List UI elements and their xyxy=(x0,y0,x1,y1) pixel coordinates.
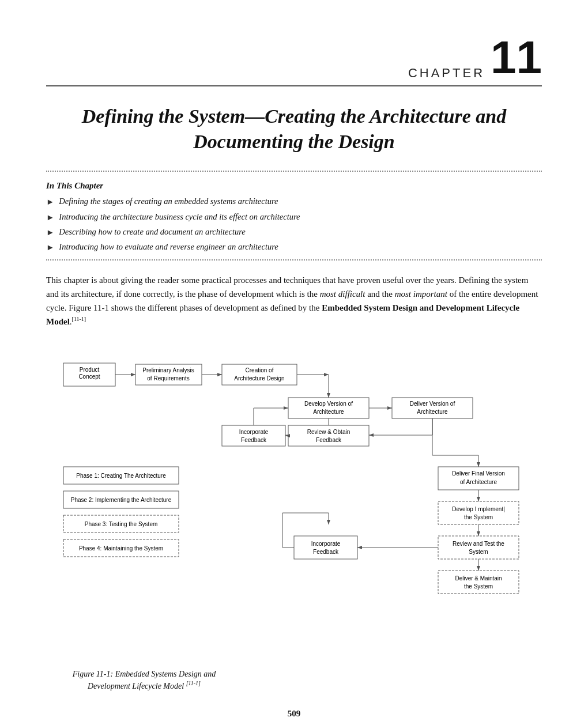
list-item: ► Defining the stages of creating an emb… xyxy=(46,195,542,207)
lifecycle-model-label: Embedded System Design and Development L… xyxy=(46,303,519,326)
svg-text:Phase 2: Implementing the Arch: Phase 2: Implementing the Architecture xyxy=(71,497,172,503)
emphasis-most-important: most important xyxy=(395,289,447,299)
svg-text:Concept: Concept xyxy=(78,373,100,380)
figure-citation: [11-1] xyxy=(186,680,201,686)
bottom-dot-divider xyxy=(46,259,542,260)
emphasis-most-difficult: most difficult xyxy=(320,289,365,299)
svg-text:Phase 3: Testing the System: Phase 3: Testing the System xyxy=(85,521,158,527)
svg-rect-51 xyxy=(438,536,519,559)
svg-text:Product: Product xyxy=(80,367,100,373)
bullet-text: Introducing the architecture business cy… xyxy=(59,211,300,222)
svg-text:Feedback: Feedback xyxy=(241,437,267,443)
svg-text:Review & Obtain: Review & Obtain xyxy=(307,429,350,435)
svg-text:Architecture Design: Architecture Design xyxy=(234,375,284,382)
list-item: ► Introducing the architecture business … xyxy=(46,211,542,223)
svg-rect-63 xyxy=(438,571,519,594)
arrow-icon: ► xyxy=(46,241,54,253)
svg-text:Phase 4: Maintaining the Syste: Phase 4: Maintaining the System xyxy=(79,545,163,552)
svg-text:the System: the System xyxy=(464,514,493,520)
svg-text:Phase 1: Creating The Architec: Phase 1: Creating The Architecture xyxy=(76,473,166,479)
svg-text:the System: the System xyxy=(464,583,493,590)
bullet-text: Introducing how to evaluate and reverse … xyxy=(59,241,278,252)
svg-text:Feedback: Feedback xyxy=(316,437,342,443)
svg-text:Develop I mplement|: Develop I mplement| xyxy=(452,506,505,512)
arrow-icon: ► xyxy=(46,196,54,207)
bullet-list: ► Defining the stages of creating an emb… xyxy=(46,195,542,253)
chapter-number: 11 xyxy=(491,35,542,81)
svg-text:of Requirements: of Requirements xyxy=(147,375,189,382)
svg-text:Creation of: Creation of xyxy=(246,367,274,373)
in-this-chapter-heading: In This Chapter xyxy=(46,181,542,191)
svg-text:Feedback: Feedback xyxy=(313,549,339,555)
arrow-icon: ► xyxy=(46,226,54,238)
svg-text:of Architecture: of Architecture xyxy=(460,479,497,485)
bullet-text: Defining the stages of creating an embed… xyxy=(59,195,278,207)
svg-text:Architecture: Architecture xyxy=(313,409,344,415)
figure-container: Product Concept Preliminary Analysis of … xyxy=(46,340,542,692)
chapter-header: CHAPTER 11 xyxy=(46,35,542,86)
list-item: ► Describing how to create and document … xyxy=(46,226,542,238)
svg-rect-55 xyxy=(294,536,357,559)
top-dot-divider xyxy=(46,171,542,172)
bullet-text: Describing how to create and document an… xyxy=(59,226,245,237)
svg-text:Deliver Final Version: Deliver Final Version xyxy=(452,470,505,477)
svg-rect-47 xyxy=(438,501,519,524)
body-paragraph: This chapter is about giving the reader … xyxy=(46,273,542,328)
svg-text:Deliver Version of: Deliver Version of xyxy=(410,401,455,407)
svg-text:Incorporate: Incorporate xyxy=(311,541,341,547)
svg-text:Develop Version of: Develop Version of xyxy=(304,401,353,407)
figure-caption: Figure 11-1: Embedded Systems Design and… xyxy=(63,669,225,692)
chapter-word: CHAPTER xyxy=(408,66,485,81)
svg-text:Review and Test the: Review and Test the xyxy=(453,541,504,547)
svg-text:Preliminary Analysis: Preliminary Analysis xyxy=(142,367,194,373)
flowchart-wrapper: Product Concept Preliminary Analysis of … xyxy=(46,340,542,663)
svg-text:Architecture: Architecture xyxy=(417,409,448,415)
citation: [11-1] xyxy=(72,316,86,322)
arrow-icon: ► xyxy=(46,212,54,223)
svg-text:Deliver & Maintain: Deliver & Maintain xyxy=(455,575,502,581)
chapter-title: Defining the System—Creating the Archite… xyxy=(46,104,542,154)
list-item: ► Introducing how to evaluate and revers… xyxy=(46,241,542,253)
page-number: 509 xyxy=(46,709,542,719)
svg-text:System: System xyxy=(469,549,488,555)
flowchart-svg: Product Concept Preliminary Analysis of … xyxy=(46,340,542,663)
in-this-chapter-section: In This Chapter ► Defining the stages of… xyxy=(46,181,542,253)
svg-text:Incorporate: Incorporate xyxy=(239,429,269,435)
